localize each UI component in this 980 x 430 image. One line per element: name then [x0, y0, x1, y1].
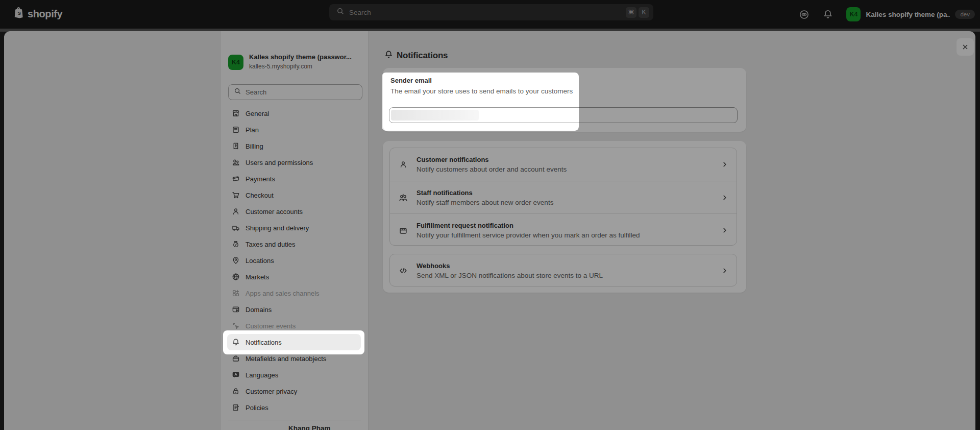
search-icon	[234, 87, 241, 97]
sidebar-item-policies[interactable]: Policies	[227, 399, 361, 416]
list-item-title: Staff notifications	[416, 189, 713, 197]
topbar-right: K4 Kalles shopify theme (pa... dev	[799, 0, 975, 29]
cursor-spark-icon	[232, 322, 240, 330]
policies-icon	[232, 403, 240, 412]
page-title: Notifications	[397, 51, 448, 61]
search-icon	[336, 7, 345, 17]
list-item-description: Notify staff members about new order eve…	[416, 199, 713, 206]
sidebar-item-payments[interactable]: Payments	[227, 171, 361, 187]
notifications-card: Customer notificationsNotify customers a…	[383, 141, 746, 293]
list-item-webhooks[interactable]: WebhooksSend XML or JSON notifications a…	[390, 254, 737, 286]
list-item-texts: Customer notificationsNotify customers a…	[416, 156, 713, 173]
list-item-title: Customer notifications	[416, 156, 713, 163]
sidebar-item-label: Shipping and delivery	[246, 224, 309, 232]
store-avatar: K4	[846, 7, 861, 21]
sidebar-item-label: Locations	[246, 257, 274, 265]
list-item-texts: WebhooksSend XML or JSON notifications a…	[416, 262, 713, 279]
sidebar-item-label: Billing	[246, 142, 263, 150]
sidebar-item-label: Payments	[246, 175, 275, 183]
store-menu-button[interactable]: K4 Kalles shopify theme (pa... dev	[846, 7, 975, 21]
list-item-customer-notifications[interactable]: Customer notificationsNotify customers a…	[390, 148, 737, 181]
sidebar-item-domains[interactable]: Domains	[227, 301, 361, 318]
close-button[interactable]	[957, 38, 974, 56]
sidebar-item-label: Taxes and duties	[246, 241, 296, 248]
page-header: Notifications	[384, 50, 448, 61]
env-badge: dev	[955, 10, 975, 19]
person-icon	[390, 160, 416, 169]
sidebar-item-notifications[interactable]: Notifications	[227, 334, 361, 350]
fulfillment-icon	[390, 226, 416, 235]
store-name: Kalles shopify theme (pa...	[866, 11, 950, 18]
sidebar-item-label: Notifications	[246, 339, 282, 346]
payments-icon	[232, 175, 240, 183]
sidebar-item-metafields-and-metaobjects[interactable]: Metafields and metaobjects	[227, 350, 361, 367]
truck-icon	[232, 224, 240, 232]
list-item-description: Notify customers about order and account…	[416, 165, 713, 173]
sidebar-item-taxes-and-duties[interactable]: Taxes and duties	[227, 236, 361, 252]
code-icon	[390, 266, 416, 275]
alerts-bell-icon[interactable]	[823, 9, 833, 19]
sidebar-item-customer-privacy[interactable]: Customer privacy	[227, 383, 361, 399]
list-item-description: Notify your fulfillment service provider…	[416, 231, 713, 239]
shopify-logo[interactable]: S shopify	[13, 7, 62, 21]
chevron-right-icon	[713, 226, 737, 234]
webhooks-list: WebhooksSend XML or JSON notifications a…	[389, 254, 737, 286]
chevron-right-icon	[713, 194, 737, 202]
sidebar-store-domain: kalles-5.myshopify.com	[249, 63, 312, 70]
sender-email-description: The email your store uses to send emails…	[390, 87, 573, 95]
sidebar-item-users-and-permissions[interactable]: Users and permissions	[227, 154, 361, 171]
sidebar-item-plan[interactable]: Plan	[227, 122, 361, 138]
shopify-admin-screen: S shopify Search ⌘ K K4 Kalles shopif	[0, 0, 980, 430]
plan-icon	[232, 126, 240, 134]
list-item-fulfillment-request-notification[interactable]: Fulfillment request notificationNotify y…	[390, 213, 737, 246]
sidebar-item-languages[interactable]: Languages	[227, 367, 361, 383]
lock-icon	[232, 387, 240, 395]
taxes-icon	[232, 240, 240, 248]
list-item-title: Webhooks	[416, 262, 713, 270]
sidebar-item-customer-events[interactable]: Customer events	[227, 318, 361, 334]
sidebar-item-label: Markets	[246, 273, 269, 281]
metafields-icon	[232, 354, 240, 363]
sidebar-item-label: Customer accounts	[246, 208, 303, 216]
sidekick-icon[interactable]	[799, 9, 810, 20]
sidebar-item-checkout[interactable]: Checkout	[227, 187, 361, 203]
sidebar-item-label: Plan	[246, 126, 259, 134]
sidebar-account-user[interactable]: Khang Pham	[288, 424, 331, 430]
sidebar-item-billing[interactable]: Billing	[227, 138, 361, 154]
person-icon	[232, 207, 240, 216]
sidebar-item-markets[interactable]: Markets	[227, 269, 361, 285]
sidebar-item-label: Domains	[246, 306, 272, 314]
sidebar-item-general[interactable]: General	[227, 105, 361, 122]
list-item-description: Send XML or JSON notifications about sto…	[416, 272, 713, 279]
sidebar-item-label: Customer events	[246, 322, 296, 330]
sidebar-item-label: General	[246, 110, 269, 117]
bell-icon	[384, 50, 393, 61]
sidebar-store-avatar: K4	[228, 55, 243, 70]
sidebar-item-label: Metafields and metaobjects	[246, 355, 326, 363]
chevron-right-icon	[713, 267, 737, 275]
sidebar-item-shipping-and-delivery[interactable]: Shipping and delivery	[227, 220, 361, 236]
sender-email-label: Sender email	[390, 77, 432, 84]
sidebar-item-customer-accounts[interactable]: Customer accounts	[227, 203, 361, 220]
global-search-input[interactable]: Search ⌘ K	[329, 4, 653, 20]
bell-icon	[232, 338, 240, 346]
sidebar-item-locations[interactable]: Locations	[227, 252, 361, 269]
list-item-staff-notifications[interactable]: Staff notificationsNotify staff members …	[390, 181, 737, 213]
list-item-texts: Fulfillment request notificationNotify y…	[416, 222, 713, 239]
list-item-texts: Staff notificationsNotify staff members …	[416, 189, 713, 206]
shopify-bag-icon: S	[13, 7, 24, 21]
sender-email-redacted-value	[391, 110, 479, 121]
topbar: S shopify Search ⌘ K K4 Kalles shopif	[0, 0, 980, 29]
checkout-icon	[232, 191, 240, 199]
settings-search-input[interactable]: Search	[228, 84, 362, 100]
sidebar-item-apps-and-sales-channels[interactable]: Apps and sales channels	[227, 285, 361, 301]
apps-icon	[232, 289, 240, 297]
globe-icon	[232, 273, 240, 281]
chevron-right-icon	[713, 160, 737, 169]
store-icon	[232, 109, 240, 117]
sidebar-item-label: Languages	[246, 371, 278, 379]
notification-settings-list: Customer notificationsNotify customers a…	[389, 148, 737, 246]
k-key: K	[639, 7, 649, 18]
sidebar-item-label: Checkout	[246, 192, 274, 199]
global-search-placeholder: Search	[349, 9, 626, 16]
